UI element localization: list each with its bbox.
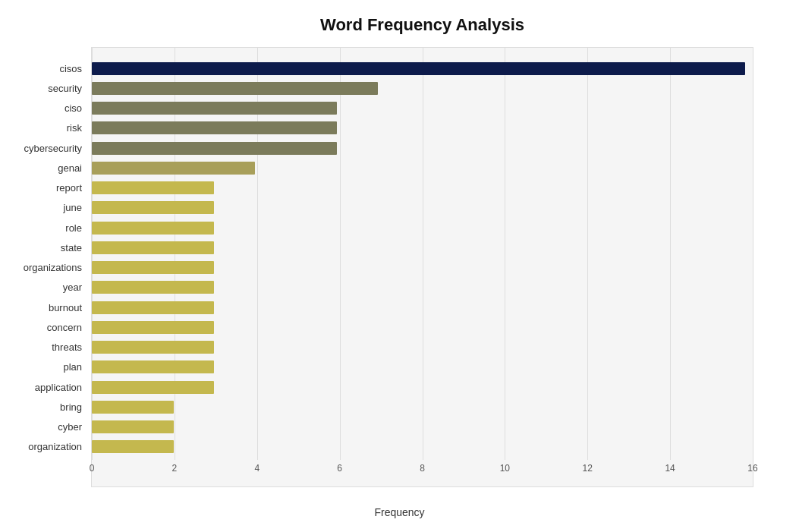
bar xyxy=(92,201,214,214)
bar xyxy=(92,142,337,155)
bar xyxy=(92,401,174,414)
bar xyxy=(92,121,337,134)
bar xyxy=(92,321,214,334)
x-tick: 2 xyxy=(172,463,178,474)
bar-row: bring xyxy=(92,398,745,416)
chart-container: Word Frequency Analysis cisossecuritycis… xyxy=(0,0,799,532)
bar-label: bring xyxy=(5,401,88,413)
x-tick: 12 xyxy=(583,463,593,474)
bar-label: ciso xyxy=(5,102,88,114)
bar-row: genai xyxy=(92,159,745,177)
bar-row: security xyxy=(92,79,745,97)
bar xyxy=(92,341,214,354)
bar-row: ciso xyxy=(92,99,745,118)
bar-row: june xyxy=(92,199,745,217)
bar xyxy=(92,281,214,294)
bar-row: cisos xyxy=(92,59,745,77)
bar-row: cybersecurity xyxy=(92,139,745,157)
bar xyxy=(92,261,214,274)
chart-title: Word Frequency Analysis xyxy=(91,15,753,35)
bar xyxy=(92,381,214,394)
bar-label: concern xyxy=(5,322,88,333)
bar-row: organizations xyxy=(92,259,745,277)
bar-label: burnout xyxy=(5,302,88,313)
bar xyxy=(92,222,214,235)
x-tick: 6 xyxy=(337,463,342,474)
bar-row: state xyxy=(92,238,745,257)
bar xyxy=(92,62,745,75)
bar xyxy=(92,420,174,433)
bar-label: application xyxy=(5,382,88,393)
bar xyxy=(92,301,214,314)
x-tick: 14 xyxy=(665,463,675,474)
bar-row: role xyxy=(92,219,745,237)
bar-label: year xyxy=(5,282,88,293)
bar-label: june xyxy=(5,202,88,213)
x-tick: 8 xyxy=(420,463,425,474)
bar xyxy=(92,162,255,175)
bar-label: threats xyxy=(5,342,88,353)
bar xyxy=(92,181,214,194)
bar-row: cyber xyxy=(92,418,745,436)
bar xyxy=(92,241,214,254)
bar-label: organizations xyxy=(5,262,88,273)
bar-label: cybersecurity xyxy=(5,143,88,154)
bar-row: organization xyxy=(92,438,745,456)
bar-label: cyber xyxy=(5,421,88,433)
x-axis: 0246810121416 xyxy=(92,460,753,486)
bar-row: concern xyxy=(92,318,745,336)
chart-area: cisossecuritycisoriskcybersecuritygenair… xyxy=(91,47,753,487)
bar-label: genai xyxy=(5,162,88,174)
x-tick: 10 xyxy=(500,463,510,474)
grid-line xyxy=(753,48,753,460)
bar-label: cisos xyxy=(5,63,88,74)
x-tick: 16 xyxy=(747,463,757,474)
x-tick: 4 xyxy=(254,463,260,474)
bar-row: burnout xyxy=(92,298,745,316)
bar xyxy=(92,360,214,373)
x-axis-label: Frequency xyxy=(374,506,424,518)
bar-row: threats xyxy=(92,338,745,357)
bar-label: security xyxy=(5,83,88,94)
bar xyxy=(92,82,378,95)
bar-row: risk xyxy=(92,119,745,137)
bar-label: role xyxy=(5,222,88,234)
bar-row: application xyxy=(92,378,745,396)
bar-label: organization xyxy=(5,441,88,452)
bar xyxy=(92,440,174,453)
bar-label: report xyxy=(5,182,88,194)
bar-label: risk xyxy=(5,122,88,134)
bar-label: plan xyxy=(5,361,88,373)
bar-row: report xyxy=(92,179,745,197)
bars-wrapper: cisossecuritycisoriskcybersecuritygenair… xyxy=(92,55,753,460)
bar xyxy=(92,102,337,115)
x-tick: 0 xyxy=(90,463,95,474)
bar-label: state xyxy=(5,242,88,253)
bar-row: year xyxy=(92,279,745,297)
bar-row: plan xyxy=(92,358,745,376)
